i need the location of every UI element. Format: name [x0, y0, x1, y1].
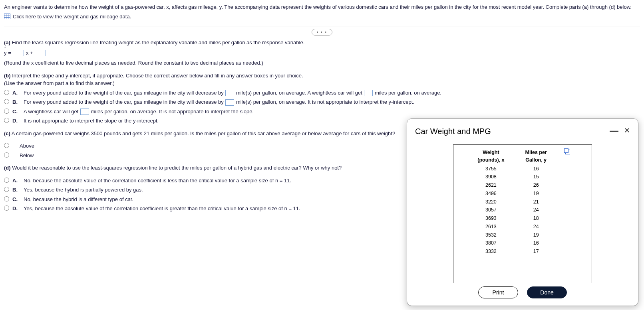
- table-row: 322021: [467, 198, 578, 206]
- close-icon[interactable]: ✕: [624, 125, 630, 136]
- col-mpg-header: Miles perGallon, y: [515, 148, 557, 165]
- option-b-c-input[interactable]: [80, 109, 89, 115]
- table-row: 369318: [467, 214, 578, 221]
- data-table-body: 3755163908152621263496193220213057243693…: [467, 165, 578, 221]
- table-row: 262126: [467, 181, 578, 190]
- option-b-c-post: miles per gallon, on average. It is not …: [91, 109, 254, 115]
- part-d-label: (d): [4, 165, 11, 171]
- popup-title: Car Weight and MPG: [415, 125, 491, 137]
- more-button[interactable]: • • •: [312, 29, 332, 36]
- data-popup: Car Weight and MPG — ✕ Weight(pounds), x…: [407, 118, 638, 221]
- option-b-c-pre: A weightless car will get: [24, 109, 80, 115]
- option-letter: B.: [12, 186, 20, 194]
- option-b-b-radio[interactable]: [4, 99, 9, 104]
- option-d-b-radio[interactable]: [4, 187, 9, 192]
- option-b-b-pre: For every pound added to the weight of t…: [24, 99, 225, 105]
- option-letter: A.: [12, 89, 20, 97]
- table-row: 375516: [467, 165, 578, 173]
- table-icon: [4, 14, 10, 19]
- part-b: (b) Interpret the slope and y-intercept,…: [4, 72, 640, 125]
- part-b-text: Interpret the slope and y-intercept, if …: [11, 73, 303, 79]
- part-a-text: Find the least-squares regression line t…: [10, 39, 304, 45]
- option-letter: D.: [12, 205, 20, 213]
- intercept-input[interactable]: [35, 50, 46, 56]
- option-b-a-mid: mile(s) per gallon, on average. A weight…: [236, 90, 364, 96]
- option-b-a-post: miles per gallon, on average.: [375, 90, 441, 96]
- option-letter: A.: [12, 177, 20, 185]
- option-b-a-pre: For every pound added to the weight of t…: [24, 90, 225, 96]
- option-letter: C.: [12, 108, 20, 116]
- view-data-text: Click here to view the weight and gas mi…: [13, 13, 131, 21]
- part-a-label: (a): [4, 39, 10, 45]
- problem-intro: An engineer wants to determine how the w…: [4, 3, 640, 11]
- part-a: (a) Find the least-squares regression li…: [4, 39, 640, 67]
- section-divider: [4, 26, 640, 26]
- view-data-link[interactable]: Click here to view the weight and gas mi…: [4, 13, 640, 21]
- option-d-d-radio[interactable]: [4, 205, 9, 211]
- part-d-text: Would it be reasonable to use the least-…: [11, 165, 342, 171]
- table-row: 305724: [467, 206, 578, 214]
- part-a-hint: (Round the x coefficient to five decimal…: [4, 59, 640, 67]
- option-b-a-input2[interactable]: [364, 90, 373, 96]
- slope-input[interactable]: [13, 50, 24, 56]
- col-weight-header: Weight(pounds), x: [467, 148, 515, 165]
- option-letter: C.: [12, 195, 20, 203]
- option-letter: B.: [12, 98, 20, 106]
- option-b-a-radio[interactable]: [4, 90, 9, 95]
- part-c-label: (c): [4, 130, 10, 136]
- option-d-c-radio[interactable]: [4, 196, 9, 201]
- table-row: 390815: [467, 173, 578, 181]
- data-table: Weight(pounds), x Miles perGallon, y 375…: [467, 148, 578, 221]
- option-c-below-radio[interactable]: [4, 152, 9, 158]
- part-b-hint: (Use the answer from part a to find this…: [4, 79, 640, 87]
- eq-x-plus: x +: [26, 50, 33, 56]
- copy-icon[interactable]: [565, 150, 570, 154]
- option-letter: D.: [12, 117, 20, 125]
- option-b-c-radio[interactable]: [4, 109, 9, 114]
- part-b-label: (b): [4, 73, 11, 79]
- option-c-above-radio[interactable]: [4, 143, 9, 148]
- option-d-a-radio[interactable]: [4, 178, 9, 183]
- option-b-a-input1[interactable]: [225, 90, 234, 96]
- option-b-b-input[interactable]: [225, 99, 234, 106]
- data-table-frame: Weight(pounds), x Miles perGallon, y 375…: [453, 144, 592, 221]
- option-b-d-radio[interactable]: [4, 118, 9, 123]
- part-c-text: A certain gas-powered car weighs 3500 po…: [10, 130, 395, 136]
- regression-equation: ^y = x +: [4, 49, 640, 57]
- table-row: 349619: [467, 190, 578, 198]
- minimize-icon[interactable]: —: [610, 129, 618, 133]
- option-b-b-post: mile(s) per gallon, on average. It is no…: [236, 99, 414, 105]
